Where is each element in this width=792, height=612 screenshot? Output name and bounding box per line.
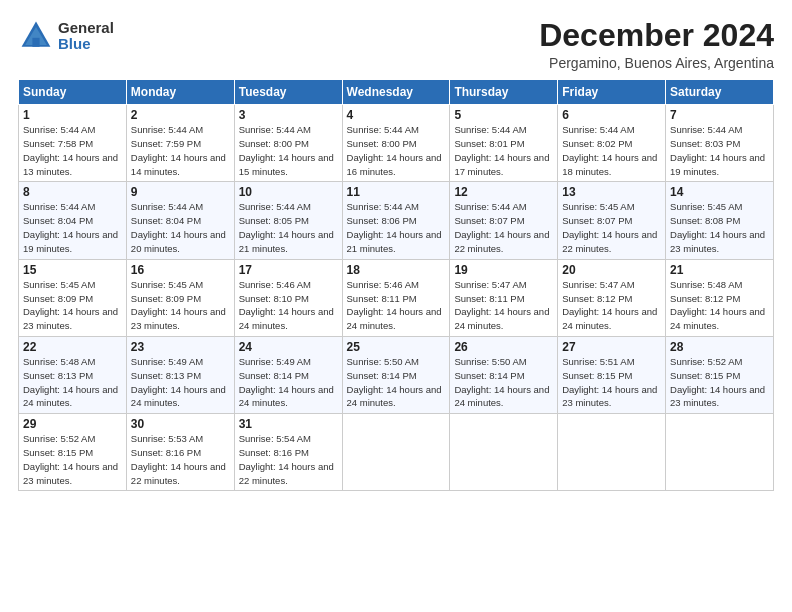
calendar-cell: 5 Sunrise: 5:44 AMSunset: 8:01 PMDayligh… bbox=[450, 105, 558, 182]
day-info: Sunrise: 5:44 AMSunset: 8:00 PMDaylight:… bbox=[239, 124, 334, 176]
day-info: Sunrise: 5:46 AMSunset: 8:10 PMDaylight:… bbox=[239, 279, 334, 331]
day-info: Sunrise: 5:44 AMSunset: 7:58 PMDaylight:… bbox=[23, 124, 118, 176]
day-info: Sunrise: 5:49 AMSunset: 8:14 PMDaylight:… bbox=[239, 356, 334, 408]
day-number: 4 bbox=[347, 108, 446, 122]
day-info: Sunrise: 5:52 AMSunset: 8:15 PMDaylight:… bbox=[23, 433, 118, 485]
calendar-cell: 4 Sunrise: 5:44 AMSunset: 8:00 PMDayligh… bbox=[342, 105, 450, 182]
day-info: Sunrise: 5:44 AMSunset: 8:00 PMDaylight:… bbox=[347, 124, 442, 176]
col-friday: Friday bbox=[558, 80, 666, 105]
day-number: 15 bbox=[23, 263, 122, 277]
day-info: Sunrise: 5:44 AMSunset: 8:04 PMDaylight:… bbox=[131, 201, 226, 253]
calendar-cell: 12 Sunrise: 5:44 AMSunset: 8:07 PMDaylig… bbox=[450, 182, 558, 259]
day-number: 7 bbox=[670, 108, 769, 122]
day-number: 17 bbox=[239, 263, 338, 277]
calendar-week-1: 1 Sunrise: 5:44 AMSunset: 7:58 PMDayligh… bbox=[19, 105, 774, 182]
logo-icon bbox=[18, 18, 54, 54]
day-number: 26 bbox=[454, 340, 553, 354]
day-info: Sunrise: 5:54 AMSunset: 8:16 PMDaylight:… bbox=[239, 433, 334, 485]
day-info: Sunrise: 5:45 AMSunset: 8:09 PMDaylight:… bbox=[23, 279, 118, 331]
calendar-cell bbox=[558, 414, 666, 491]
day-number: 13 bbox=[562, 185, 661, 199]
calendar-cell: 2 Sunrise: 5:44 AMSunset: 7:59 PMDayligh… bbox=[126, 105, 234, 182]
day-info: Sunrise: 5:45 AMSunset: 8:07 PMDaylight:… bbox=[562, 201, 657, 253]
col-wednesday: Wednesday bbox=[342, 80, 450, 105]
calendar-cell: 15 Sunrise: 5:45 AMSunset: 8:09 PMDaylig… bbox=[19, 259, 127, 336]
day-number: 28 bbox=[670, 340, 769, 354]
calendar-cell: 11 Sunrise: 5:44 AMSunset: 8:06 PMDaylig… bbox=[342, 182, 450, 259]
day-number: 3 bbox=[239, 108, 338, 122]
day-number: 25 bbox=[347, 340, 446, 354]
calendar-cell: 20 Sunrise: 5:47 AMSunset: 8:12 PMDaylig… bbox=[558, 259, 666, 336]
day-number: 10 bbox=[239, 185, 338, 199]
calendar-cell: 21 Sunrise: 5:48 AMSunset: 8:12 PMDaylig… bbox=[666, 259, 774, 336]
day-info: Sunrise: 5:51 AMSunset: 8:15 PMDaylight:… bbox=[562, 356, 657, 408]
calendar-cell: 24 Sunrise: 5:49 AMSunset: 8:14 PMDaylig… bbox=[234, 336, 342, 413]
day-info: Sunrise: 5:44 AMSunset: 8:07 PMDaylight:… bbox=[454, 201, 549, 253]
calendar-cell: 7 Sunrise: 5:44 AMSunset: 8:03 PMDayligh… bbox=[666, 105, 774, 182]
main-title: December 2024 bbox=[539, 18, 774, 53]
logo: General Blue bbox=[18, 18, 114, 54]
day-number: 1 bbox=[23, 108, 122, 122]
day-number: 27 bbox=[562, 340, 661, 354]
day-info: Sunrise: 5:50 AMSunset: 8:14 PMDaylight:… bbox=[347, 356, 442, 408]
calendar-cell: 30 Sunrise: 5:53 AMSunset: 8:16 PMDaylig… bbox=[126, 414, 234, 491]
day-info: Sunrise: 5:45 AMSunset: 8:08 PMDaylight:… bbox=[670, 201, 765, 253]
day-number: 20 bbox=[562, 263, 661, 277]
calendar-header-row: Sunday Monday Tuesday Wednesday Thursday… bbox=[19, 80, 774, 105]
col-tuesday: Tuesday bbox=[234, 80, 342, 105]
day-number: 14 bbox=[670, 185, 769, 199]
calendar-cell: 29 Sunrise: 5:52 AMSunset: 8:15 PMDaylig… bbox=[19, 414, 127, 491]
calendar-cell: 22 Sunrise: 5:48 AMSunset: 8:13 PMDaylig… bbox=[19, 336, 127, 413]
day-number: 18 bbox=[347, 263, 446, 277]
day-info: Sunrise: 5:44 AMSunset: 8:06 PMDaylight:… bbox=[347, 201, 442, 253]
day-number: 22 bbox=[23, 340, 122, 354]
day-info: Sunrise: 5:48 AMSunset: 8:12 PMDaylight:… bbox=[670, 279, 765, 331]
day-number: 5 bbox=[454, 108, 553, 122]
day-info: Sunrise: 5:45 AMSunset: 8:09 PMDaylight:… bbox=[131, 279, 226, 331]
day-number: 19 bbox=[454, 263, 553, 277]
calendar-cell: 10 Sunrise: 5:44 AMSunset: 8:05 PMDaylig… bbox=[234, 182, 342, 259]
day-number: 9 bbox=[131, 185, 230, 199]
col-monday: Monday bbox=[126, 80, 234, 105]
header: General Blue December 2024 Pergamino, Bu… bbox=[18, 18, 774, 71]
day-info: Sunrise: 5:46 AMSunset: 8:11 PMDaylight:… bbox=[347, 279, 442, 331]
day-info: Sunrise: 5:44 AMSunset: 8:03 PMDaylight:… bbox=[670, 124, 765, 176]
page: General Blue December 2024 Pergamino, Bu… bbox=[0, 0, 792, 612]
calendar-cell bbox=[450, 414, 558, 491]
svg-rect-2 bbox=[32, 38, 39, 47]
logo-general-text: General bbox=[58, 20, 114, 37]
col-thursday: Thursday bbox=[450, 80, 558, 105]
subtitle: Pergamino, Buenos Aires, Argentina bbox=[539, 55, 774, 71]
calendar-cell: 13 Sunrise: 5:45 AMSunset: 8:07 PMDaylig… bbox=[558, 182, 666, 259]
day-info: Sunrise: 5:48 AMSunset: 8:13 PMDaylight:… bbox=[23, 356, 118, 408]
day-number: 21 bbox=[670, 263, 769, 277]
day-number: 24 bbox=[239, 340, 338, 354]
day-info: Sunrise: 5:44 AMSunset: 8:02 PMDaylight:… bbox=[562, 124, 657, 176]
calendar-cell: 31 Sunrise: 5:54 AMSunset: 8:16 PMDaylig… bbox=[234, 414, 342, 491]
calendar-cell: 6 Sunrise: 5:44 AMSunset: 8:02 PMDayligh… bbox=[558, 105, 666, 182]
day-info: Sunrise: 5:49 AMSunset: 8:13 PMDaylight:… bbox=[131, 356, 226, 408]
day-info: Sunrise: 5:53 AMSunset: 8:16 PMDaylight:… bbox=[131, 433, 226, 485]
calendar-cell: 27 Sunrise: 5:51 AMSunset: 8:15 PMDaylig… bbox=[558, 336, 666, 413]
calendar-week-2: 8 Sunrise: 5:44 AMSunset: 8:04 PMDayligh… bbox=[19, 182, 774, 259]
calendar-cell bbox=[666, 414, 774, 491]
calendar-cell: 26 Sunrise: 5:50 AMSunset: 8:14 PMDaylig… bbox=[450, 336, 558, 413]
day-info: Sunrise: 5:44 AMSunset: 8:01 PMDaylight:… bbox=[454, 124, 549, 176]
day-number: 16 bbox=[131, 263, 230, 277]
day-number: 12 bbox=[454, 185, 553, 199]
calendar-cell: 25 Sunrise: 5:50 AMSunset: 8:14 PMDaylig… bbox=[342, 336, 450, 413]
calendar-cell: 3 Sunrise: 5:44 AMSunset: 8:00 PMDayligh… bbox=[234, 105, 342, 182]
calendar-week-4: 22 Sunrise: 5:48 AMSunset: 8:13 PMDaylig… bbox=[19, 336, 774, 413]
calendar-cell bbox=[342, 414, 450, 491]
title-block: December 2024 Pergamino, Buenos Aires, A… bbox=[539, 18, 774, 71]
day-info: Sunrise: 5:44 AMSunset: 8:04 PMDaylight:… bbox=[23, 201, 118, 253]
col-sunday: Sunday bbox=[19, 80, 127, 105]
day-number: 29 bbox=[23, 417, 122, 431]
calendar-cell: 17 Sunrise: 5:46 AMSunset: 8:10 PMDaylig… bbox=[234, 259, 342, 336]
day-number: 30 bbox=[131, 417, 230, 431]
calendar-cell: 19 Sunrise: 5:47 AMSunset: 8:11 PMDaylig… bbox=[450, 259, 558, 336]
day-number: 8 bbox=[23, 185, 122, 199]
calendar-cell: 23 Sunrise: 5:49 AMSunset: 8:13 PMDaylig… bbox=[126, 336, 234, 413]
calendar-cell: 1 Sunrise: 5:44 AMSunset: 7:58 PMDayligh… bbox=[19, 105, 127, 182]
logo-text: General Blue bbox=[58, 20, 114, 53]
